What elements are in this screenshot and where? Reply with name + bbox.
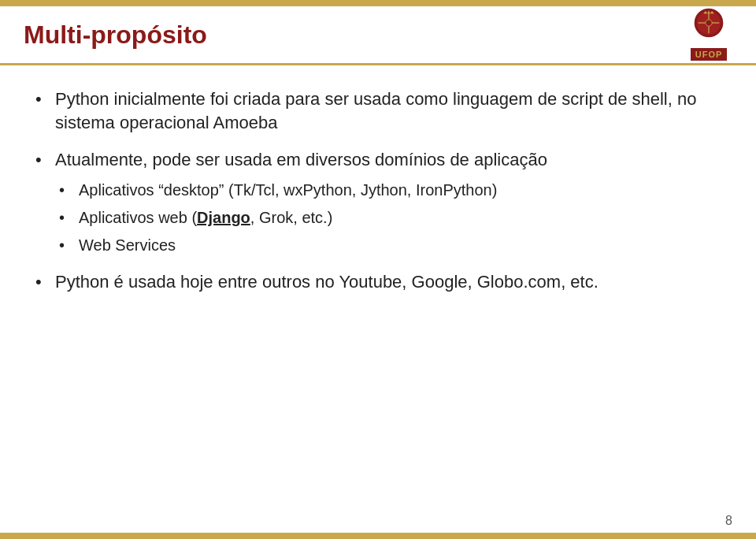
bullet-3-text: Python é usada hoje entre outros no Yout… — [55, 272, 598, 292]
sub-bullet-item-2: Aplicativos web (Django, Grok, etc.) — [55, 207, 724, 229]
slide-title: Multi-propósito — [24, 20, 207, 50]
ufop-text-label: UFOP — [691, 48, 728, 61]
sub-bullet-2-django: Django — [197, 209, 250, 226]
sub-bullet-1-text: Aplicativos “desktop” (Tk/Tcl, wxPython,… — [79, 181, 497, 199]
page-number: 8 — [725, 514, 732, 528]
sub-bullet-2-after: , Grok, etc.) — [250, 209, 332, 226]
ufop-logo-icon — [689, 7, 728, 46]
sub-bullet-3-text: Web Services — [79, 236, 176, 254]
ufop-logo-area: UFOP — [677, 6, 740, 61]
svg-point-7 — [706, 20, 712, 26]
sub-bullet-2-before: Aplicativos web ( — [79, 209, 197, 226]
sub-bullet-item-1: Aplicativos “desktop” (Tk/Tcl, wxPython,… — [55, 180, 724, 201]
main-bullet-list: Python inicialmente foi criada para ser … — [32, 87, 724, 294]
bullet-item-2: Atualmente, pode ser usada em diversos d… — [32, 148, 724, 256]
sub-bullet-item-3: Web Services — [55, 235, 724, 256]
bottom-decorative-bar — [0, 533, 756, 539]
top-decorative-bar — [0, 0, 756, 6]
bullet-1-text: Python inicialmente foi criada para ser … — [55, 89, 696, 132]
bullet-item-3: Python é usada hoje entre outros no Yout… — [32, 270, 724, 294]
sub-bullet-list: Aplicativos “desktop” (Tk/Tcl, wxPython,… — [55, 180, 724, 256]
bullet-item-1: Python inicialmente foi criada para ser … — [32, 87, 724, 134]
slide-header: Multi-propósito — [0, 6, 756, 65]
slide-content: Python inicialmente foi criada para ser … — [24, 72, 732, 507]
bullet-2-text: Atualmente, pode ser usada em diversos d… — [55, 150, 547, 169]
